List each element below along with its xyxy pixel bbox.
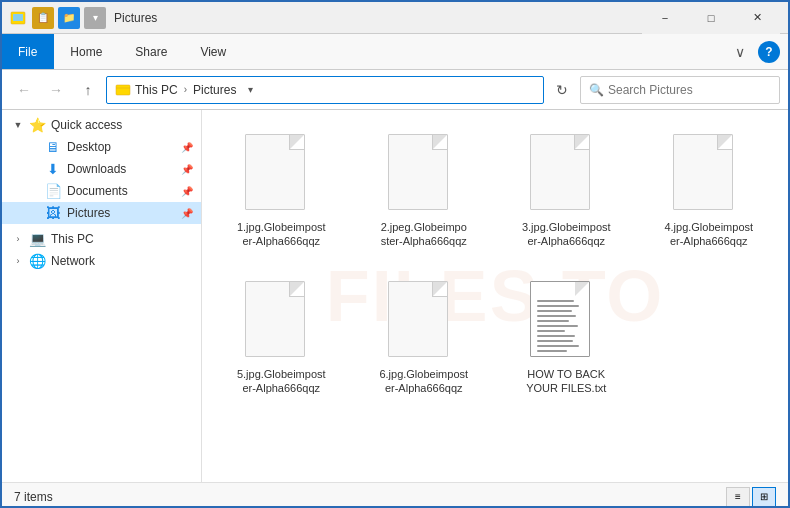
title-bar: 📋 📁 ▾ Pictures − □ ✕ — [2, 2, 788, 34]
tab-view[interactable]: View — [184, 34, 243, 69]
file-item[interactable]: 1.jpg.Globeimposter-Alpha666qqz — [218, 126, 345, 257]
sidebar-item-network[interactable]: › 🌐 Network — [2, 250, 201, 272]
refresh-button[interactable]: ↻ — [548, 76, 576, 104]
qa-new-folder-button[interactable]: 📁 — [58, 7, 80, 29]
file-item[interactable]: 2.jpeg.Globeimposter-Alpha666qqz — [361, 126, 488, 257]
ribbon-chevron-button[interactable]: ∨ — [726, 38, 754, 66]
pin-icon: 📌 — [181, 208, 193, 219]
this-pc-icon: 💻 — [28, 231, 46, 247]
pictures-icon: 🖼 — [44, 205, 62, 221]
file-icon — [530, 281, 602, 361]
sidebar: ▼ ⭐ Quick access 🖥 Desktop 📌 ⬇ Downloads… — [2, 110, 202, 482]
back-button[interactable]: ← — [10, 76, 38, 104]
item-count: 7 items — [14, 490, 726, 504]
pictures-label: Pictures — [67, 206, 177, 220]
expand-icon: › — [10, 231, 26, 247]
list-view-button[interactable]: ≡ — [726, 487, 750, 507]
file-name: 5.jpg.Globeimposter-Alpha666qqz — [236, 367, 326, 396]
file-name: 3.jpg.Globeimposter-Alpha666qqz — [521, 220, 611, 249]
view-buttons: ≡ ⊞ — [726, 487, 776, 507]
qa-properties-button[interactable]: 📋 — [32, 7, 54, 29]
forward-button[interactable]: → — [42, 76, 70, 104]
file-icon — [388, 281, 460, 361]
help-button[interactable]: ? — [758, 41, 780, 63]
downloads-label: Downloads — [67, 162, 177, 176]
file-item[interactable]: 6.jpg.Globeimposter-Alpha666qqz — [361, 273, 488, 404]
search-icon: 🔍 — [589, 83, 604, 97]
tab-file[interactable]: File — [2, 34, 54, 69]
file-icon — [673, 134, 745, 214]
documents-label: Documents — [67, 184, 177, 198]
grid-view-button[interactable]: ⊞ — [752, 487, 776, 507]
file-item[interactable]: HOW TO BACK YOUR FILES.txt — [503, 273, 630, 404]
expand-spacer — [26, 205, 42, 221]
file-name: 6.jpg.Globeimposter-Alpha666qqz — [379, 367, 469, 396]
up-button[interactable]: ↑ — [74, 76, 102, 104]
search-box[interactable]: 🔍 — [580, 76, 780, 104]
downloads-icon: ⬇ — [44, 161, 62, 177]
search-input[interactable] — [608, 83, 771, 97]
file-item[interactable]: 4.jpg.Globeimposter-Alpha666qqz — [646, 126, 773, 257]
tab-home[interactable]: Home — [54, 34, 119, 69]
pin-icon: 📌 — [181, 164, 193, 175]
quick-access-toolbar: 📋 📁 ▾ — [32, 7, 106, 29]
ribbon: File Home Share View ∨ ? — [2, 34, 788, 70]
file-name: HOW TO BACK YOUR FILES.txt — [521, 367, 611, 396]
address-path[interactable]: This PC › Pictures ▾ — [106, 76, 544, 104]
quick-access-label: Quick access — [51, 118, 193, 132]
svg-rect-1 — [13, 14, 23, 21]
svg-rect-2 — [116, 85, 130, 95]
documents-icon: 📄 — [44, 183, 62, 199]
sidebar-item-documents[interactable]: 📄 Documents 📌 — [2, 180, 201, 202]
window-controls: − □ ✕ — [642, 2, 780, 34]
app-icon — [10, 10, 26, 26]
qa-dropdown-button[interactable]: ▾ — [84, 7, 106, 29]
sidebar-item-pictures[interactable]: 🖼 Pictures 📌 — [2, 202, 201, 224]
file-name: 4.jpg.Globeimposter-Alpha666qqz — [664, 220, 754, 249]
path-chevron-1: › — [184, 84, 187, 95]
this-pc-label: This PC — [51, 232, 193, 246]
expand-spacer — [26, 139, 42, 155]
file-icon — [245, 281, 317, 361]
file-grid: 1.jpg.Globeimposter-Alpha666qqz 2.jpeg.G… — [218, 126, 772, 403]
sidebar-item-desktop[interactable]: 🖥 Desktop 📌 — [2, 136, 201, 158]
file-name: 1.jpg.Globeimposter-Alpha666qqz — [236, 220, 326, 249]
file-icon — [530, 134, 602, 214]
path-this-pc: This PC — [135, 83, 178, 97]
sidebar-item-quick-access[interactable]: ▼ ⭐ Quick access — [2, 114, 201, 136]
file-item[interactable]: 5.jpg.Globeimposter-Alpha666qqz — [218, 273, 345, 404]
address-bar: ← → ↑ This PC › Pictures ▾ ↻ 🔍 — [2, 70, 788, 110]
main-area: ▼ ⭐ Quick access 🖥 Desktop 📌 ⬇ Downloads… — [2, 110, 788, 482]
expand-icon: › — [10, 253, 26, 269]
file-item[interactable]: 3.jpg.Globeimposter-Alpha666qqz — [503, 126, 630, 257]
content-area: FILES.TO 1.jpg.Globeimposter-Alpha666qqz… — [202, 110, 788, 482]
window-title: Pictures — [114, 11, 642, 25]
file-name: 2.jpeg.Globeimposter-Alpha666qqz — [379, 220, 469, 249]
sidebar-item-downloads[interactable]: ⬇ Downloads 📌 — [2, 158, 201, 180]
pin-icon: 📌 — [181, 186, 193, 197]
network-icon: 🌐 — [28, 253, 46, 269]
desktop-label: Desktop — [67, 140, 177, 154]
quick-access-icon: ⭐ — [28, 117, 46, 133]
close-button[interactable]: ✕ — [734, 2, 780, 34]
desktop-icon: 🖥 — [44, 139, 62, 155]
path-pictures: Pictures — [193, 83, 236, 97]
file-icon — [245, 134, 317, 214]
expand-spacer — [26, 183, 42, 199]
network-label: Network — [51, 254, 193, 268]
minimize-button[interactable]: − — [642, 2, 688, 34]
pin-icon: 📌 — [181, 142, 193, 153]
status-bar: 7 items ≡ ⊞ — [2, 482, 788, 508]
path-icon — [115, 82, 131, 98]
expand-icon: ▼ — [10, 117, 26, 133]
tab-share[interactable]: Share — [119, 34, 184, 69]
path-dropdown-button[interactable]: ▾ — [240, 84, 260, 95]
sidebar-item-this-pc[interactable]: › 💻 This PC — [2, 228, 201, 250]
file-icon — [388, 134, 460, 214]
expand-spacer — [26, 161, 42, 177]
maximize-button[interactable]: □ — [688, 2, 734, 34]
